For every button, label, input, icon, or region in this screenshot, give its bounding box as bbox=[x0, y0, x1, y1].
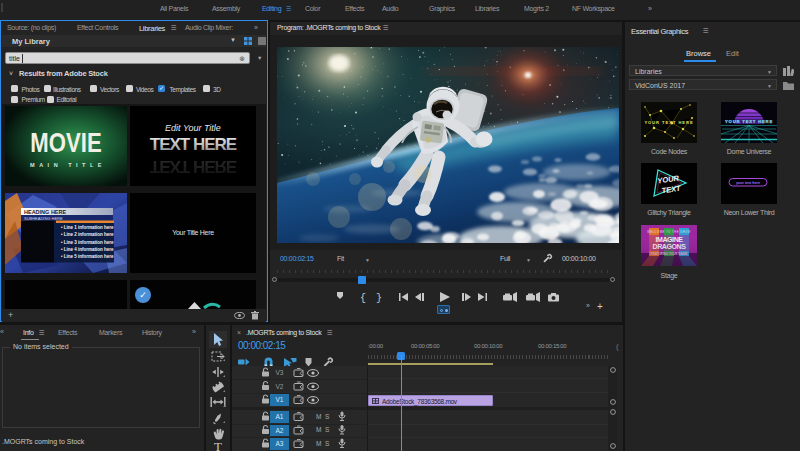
svg-text:{: { bbox=[360, 293, 366, 304]
svg-text:your text here: your text here bbox=[736, 181, 760, 185]
svg-text:MAIN TITLE: MAIN TITLE bbox=[30, 162, 106, 168]
svg-text:Edit Your Title: Edit Your Title bbox=[165, 123, 221, 133]
svg-text:• Line 1 information here: • Line 1 information here bbox=[61, 225, 114, 230]
svg-text:T: T bbox=[214, 439, 222, 451]
svg-text:• Line 5 information here: • Line 5 information here bbox=[61, 254, 114, 259]
svg-text:YOUR TEXT HERE: YOUR TEXT HERE bbox=[725, 119, 773, 124]
svg-text:YOUR TEXT HERE: YOUR TEXT HERE bbox=[644, 120, 693, 125]
svg-text:SUBHEADING HERE: SUBHEADING HERE bbox=[24, 216, 63, 221]
svg-text:• Line 3 information here: • Line 3 information here bbox=[61, 240, 114, 245]
svg-text:TEXT HERE: TEXT HERE bbox=[150, 135, 237, 154]
svg-text:• Line 2 information here: • Line 2 information here bbox=[61, 232, 114, 237]
svg-text:TEXT: TEXT bbox=[661, 184, 683, 196]
svg-text:HEADING HERE: HEADING HERE bbox=[24, 209, 67, 215]
svg-text:• Line 4 information here: • Line 4 information here bbox=[61, 247, 114, 252]
svg-text:MOVIE: MOVIE bbox=[30, 126, 101, 157]
svg-text:}: } bbox=[376, 293, 382, 304]
